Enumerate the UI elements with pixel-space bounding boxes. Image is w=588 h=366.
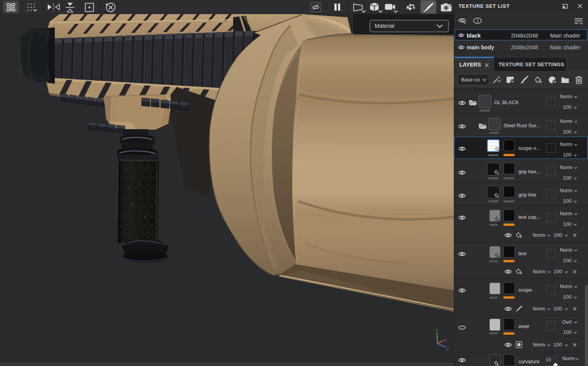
svg-text:Material: Material [375, 23, 394, 29]
svg-text:Y: Y [435, 328, 438, 332]
svg-text:Z: Z [447, 347, 449, 351]
svg-text:X: X [444, 338, 446, 342]
svg-text:1: 1 [477, 19, 479, 23]
